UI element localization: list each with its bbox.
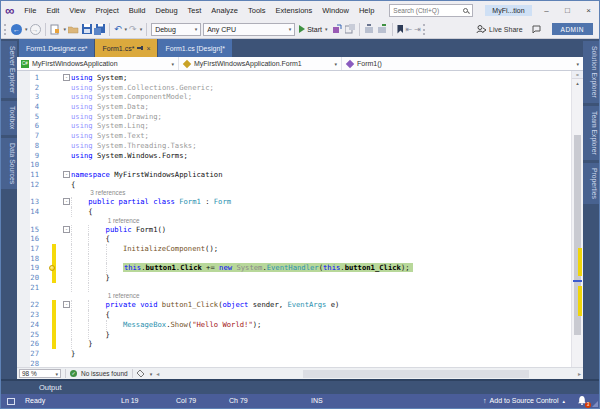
breadcrumb-myfirstwindowsapplication[interactable]: C#MyFirstWindowsApplication▾: [17, 57, 179, 70]
health-label[interactable]: No issues found: [81, 370, 128, 377]
step-into-button[interactable]: [364, 24, 375, 35]
code-line-3[interactable]: 3using System.ComponentModel;: [17, 92, 571, 102]
code-text[interactable]: this.button1.Click += new System.EventHa…: [71, 263, 571, 273]
quick-search-input[interactable]: Search (Ctrl+Q): [389, 4, 473, 17]
close-button[interactable]: ×: [578, 1, 599, 20]
code-text[interactable]: using System.Windows.Forms;: [71, 151, 571, 161]
resize-grip[interactable]: [592, 401, 598, 407]
code-text[interactable]: using System.Linq;: [71, 121, 571, 131]
doc-tab-form1-cs[interactable]: Form1.cs*×: [95, 39, 157, 57]
horizontal-scrollbar[interactable]: [163, 370, 574, 378]
code-text[interactable]: [71, 359, 571, 367]
code-line-24[interactable]: 24MessageBox.Show("Hello World!");: [17, 320, 571, 330]
code-text[interactable]: MessageBox.Show("Hello World!");: [71, 320, 571, 330]
menu-project[interactable]: Project: [90, 1, 123, 20]
save-button[interactable]: [81, 24, 92, 35]
live-share-button[interactable]: Live Share: [476, 25, 522, 34]
fold-toggle-icon[interactable]: -: [63, 226, 70, 233]
code-text[interactable]: }: [71, 349, 571, 359]
code-editor[interactable]: 1-using System;2using System.Collections…: [17, 71, 583, 367]
right-tool-tab-properties[interactable]: Properties: [583, 163, 599, 204]
code-line-25[interactable]: 25}: [17, 330, 571, 340]
fold-toggle-icon[interactable]: -: [63, 301, 70, 308]
right-tool-tab-solution-explorer[interactable]: Solution Explorer: [583, 41, 599, 103]
fold-toggle-icon[interactable]: -: [63, 74, 70, 81]
breadcrumb-myfirstwindowsapplication-form1[interactable]: MyFirstWindowsApplication.Form1▾: [179, 57, 342, 70]
navigate-back-dropdown-icon[interactable]: ▾: [25, 26, 28, 32]
solution-platform-select[interactable]: Any CPU ▾: [203, 23, 295, 36]
fold-toggle-icon[interactable]: -: [63, 198, 70, 205]
left-tool-tab-data-sources[interactable]: Data Sources: [1, 138, 17, 189]
fold-toggle-icon[interactable]: -: [63, 171, 70, 178]
scroll-right-icon[interactable]: ▸: [578, 370, 581, 377]
code-text[interactable]: using System.Threading.Tasks;: [71, 141, 571, 151]
pin-tab-icon[interactable]: [137, 45, 143, 51]
editor-splitter-handle[interactable]: =: [572, 71, 583, 79]
menu-test[interactable]: Test: [183, 1, 207, 20]
codelens-line-15[interactable]: 1 reference: [17, 217, 571, 225]
diagnostics-dropdown-icon[interactable]: ▾: [150, 371, 153, 377]
code-text[interactable]: using System.ComponentModel;: [71, 92, 571, 102]
chevron-down-icon[interactable]: ▾: [167, 61, 174, 67]
breadcrumb-form1[interactable]: Form1()▾: [342, 57, 583, 70]
menu-debug[interactable]: Debug: [150, 1, 182, 20]
user-account-button[interactable]: ADMIN: [552, 23, 593, 35]
codelens-label[interactable]: 1 reference: [71, 217, 139, 225]
new-project-button[interactable]: [50, 24, 61, 35]
menu-analyze[interactable]: Analyze: [206, 1, 243, 20]
new-project-dropdown-icon[interactable]: ▾: [64, 26, 67, 32]
code-line-28[interactable]: 28: [17, 359, 571, 367]
horizontal-scrollbar-thumb[interactable]: [303, 370, 529, 378]
feedback-icon[interactable]: [531, 24, 542, 35]
code-line-22[interactable]: 22-private void button1_Click(object sen…: [17, 300, 571, 310]
code-text[interactable]: using System.Data;: [71, 102, 571, 112]
chevron-down-icon[interactable]: ▾: [572, 61, 579, 67]
redo-button[interactable]: ↷: [129, 24, 137, 35]
code-text[interactable]: using System.Collections.Generic;: [71, 83, 571, 93]
code-text[interactable]: public partial class Form1 : Form: [71, 197, 571, 207]
codelens-label[interactable]: 3 references: [71, 189, 125, 197]
code-text[interactable]: InitializeComponent();: [71, 244, 571, 254]
menu-extensions[interactable]: Extensions: [271, 1, 318, 20]
menu-view[interactable]: View: [64, 1, 90, 20]
save-all-button[interactable]: [94, 24, 105, 35]
menu-window[interactable]: Window: [317, 1, 354, 20]
toolbar-grip-2[interactable]: [423, 24, 426, 35]
doc-tab-form1-cs-design[interactable]: Form1.cs [Design]*: [158, 39, 232, 57]
redo-dropdown-icon[interactable]: ▾: [140, 26, 143, 32]
chevron-down-icon[interactable]: ▾: [330, 61, 337, 67]
code-line-17[interactable]: 17InitializeComponent();: [17, 244, 571, 254]
menu-build[interactable]: Build: [124, 1, 151, 20]
menu-edit[interactable]: Edit: [41, 1, 64, 20]
vertical-scrollbar[interactable]: = ▴: [571, 71, 583, 367]
code-text[interactable]: private void button1_Click(object sender…: [71, 300, 571, 310]
codelens-line-22[interactable]: 1 reference: [17, 292, 571, 300]
code-line-21[interactable]: 21: [17, 283, 571, 293]
diagnostics-icon[interactable]: [137, 368, 145, 379]
menu-file[interactable]: File: [19, 1, 41, 20]
code-text[interactable]: public Form1(): [71, 225, 571, 235]
right-tool-tab-team-explorer[interactable]: Team Explorer: [583, 106, 599, 160]
code-line-14[interactable]: 14{: [17, 207, 571, 217]
add-to-source-control-button[interactable]: ↑ Add to Source Control ▴: [483, 397, 565, 405]
code-text[interactable]: [71, 160, 571, 170]
zoom-select[interactable]: 98 % ▾: [19, 369, 61, 378]
code-line-2[interactable]: 2using System.Collections.Generic;: [17, 83, 571, 93]
undo-button[interactable]: ↶: [114, 24, 122, 35]
code-text[interactable]: }: [71, 273, 571, 283]
maximize-button[interactable]: □: [557, 1, 578, 20]
code-line-16[interactable]: 16{: [17, 234, 571, 244]
code-line-26[interactable]: 26}: [17, 339, 571, 349]
code-text[interactable]: }: [71, 330, 571, 340]
close-tab-icon[interactable]: ×: [146, 45, 150, 52]
minimize-button[interactable]: –: [536, 1, 557, 20]
code-line-11[interactable]: 11-namespace MyFirstWindowsApplication: [17, 170, 571, 180]
menu-tools[interactable]: Tools: [243, 1, 271, 20]
code-text[interactable]: using System.Text;: [71, 131, 571, 141]
code-line-18[interactable]: 18: [17, 254, 571, 264]
outdent-icon[interactable]: ⇤: [405, 24, 412, 35]
code-text[interactable]: {: [71, 234, 571, 244]
navigate-forward-button[interactable]: →: [30, 24, 41, 35]
code-line-10[interactable]: 10: [17, 160, 571, 170]
code-text[interactable]: {: [71, 310, 571, 320]
